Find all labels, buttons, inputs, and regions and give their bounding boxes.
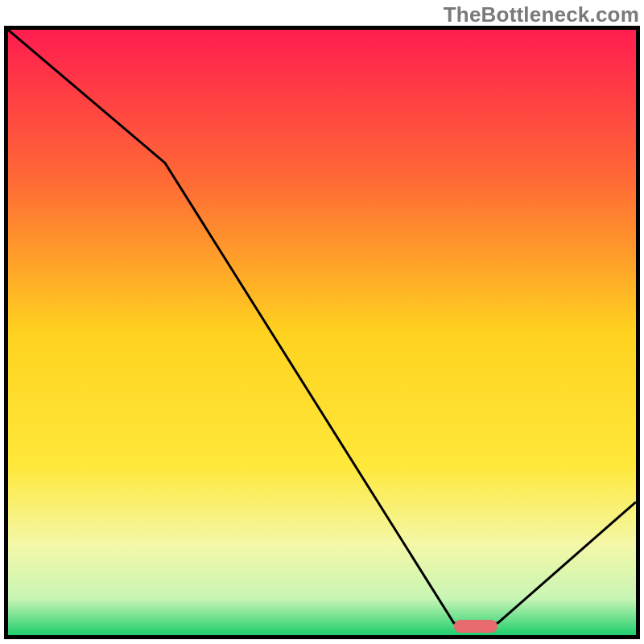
watermark-text: TheBottleneck.com	[444, 2, 639, 27]
plot-area	[8, 30, 636, 635]
chart-stage: TheBottleneck.com	[0, 0, 644, 644]
optimal-range-marker	[454, 620, 498, 633]
plot-frame	[4, 26, 640, 639]
bottleneck-curve	[8, 30, 636, 635]
